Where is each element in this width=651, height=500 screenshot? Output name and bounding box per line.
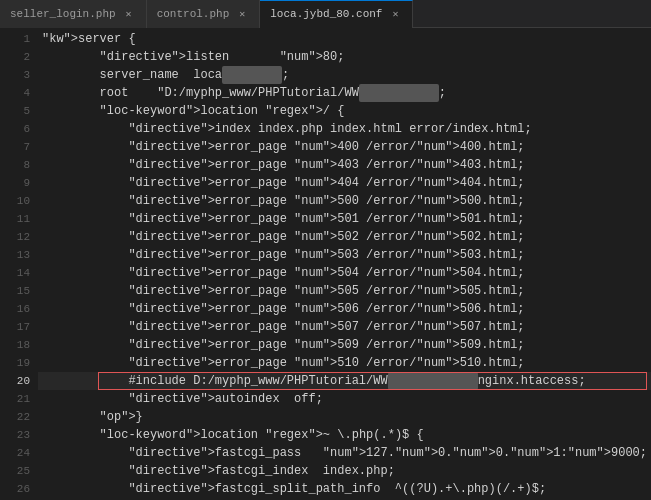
tab-loca-conf[interactable]: loca.jybd_80.conf ✕ [260,0,413,28]
tab-close-icon[interactable]: ✕ [388,7,402,21]
line-number: 13 [4,246,30,264]
line-number: 23 [4,426,30,444]
code-line: "directive">index index.php index.html e… [38,120,651,138]
code-line: "op">} [38,408,651,426]
tab-bar: seller_login.php ✕ control.php ✕ loca.jy… [0,0,651,28]
code-line: root "D:/myphp_www/PHPTutorial/WW ; [38,84,651,102]
line-number: 7 [4,138,30,156]
line-number: 3 [4,66,30,84]
code-line: "directive">error_page "num">510 /error/… [38,354,651,372]
code-line: server_name loca ; [38,66,651,84]
tab-seller-login[interactable]: seller_login.php ✕ [0,0,147,28]
line-number: 25 [4,462,30,480]
code-line: "directive">fastcgi_pass "num">127."num"… [38,444,651,462]
tab-label: seller_login.php [10,8,116,20]
code-line: "directive">error_page "num">505 /error/… [38,282,651,300]
line-number: 1 [4,30,30,48]
code-line: #include D:/myphp_www/PHPTutorial/WW ngi… [38,372,651,390]
line-number: 22 [4,408,30,426]
code-line: "directive">error_page "num">500 /error/… [38,192,651,210]
line-number: 11 [4,210,30,228]
line-number: 6 [4,120,30,138]
line-number: 26 [4,480,30,498]
line-number: 10 [4,192,30,210]
line-number: 9 [4,174,30,192]
tab-close-icon[interactable]: ✕ [235,7,249,21]
line-number: 19 [4,354,30,372]
line-number: 18 [4,336,30,354]
line-number: 24 [4,444,30,462]
code-line: "directive">error_page "num">502 /error/… [38,228,651,246]
code-line: "directive">error_page "num">403 /error/… [38,156,651,174]
line-numbers: 1234567891011121314151617181920212223242… [0,28,38,500]
line-number: 15 [4,282,30,300]
line-number: 4 [4,84,30,102]
code-line: "directive">error_page "num">506 /error/… [38,300,651,318]
code-line: "kw">server { [38,30,651,48]
tab-control[interactable]: control.php ✕ [147,0,261,28]
line-number: 8 [4,156,30,174]
line-number: 12 [4,228,30,246]
code-line: "directive">fastcgi_split_path_info ^((?… [38,480,651,498]
editor: 1234567891011121314151617181920212223242… [0,28,651,500]
tab-label: loca.jybd_80.conf [270,8,382,20]
line-number: 14 [4,264,30,282]
code-line: "directive">error_page "num">504 /error/… [38,264,651,282]
code-line: "loc-keyword">location "regex">/ { [38,102,651,120]
tab-label: control.php [157,8,230,20]
line-number: 16 [4,300,30,318]
code-line: "directive">autoindex off; [38,390,651,408]
tab-close-icon[interactable]: ✕ [122,7,136,21]
code-line: "directive">error_page "num">509 /error/… [38,336,651,354]
line-number: 17 [4,318,30,336]
line-number: 20 [4,372,30,390]
code-line: "loc-keyword">location "regex">~ \.php(.… [38,426,651,444]
code-area[interactable]: "kw">server { "directive">listen "num">8… [38,28,651,500]
code-line: "directive">listen "num">80; [38,48,651,66]
code-line: "directive">error_page "num">501 /error/… [38,210,651,228]
code-line: "directive">error_page "num">503 /error/… [38,246,651,264]
code-line: "directive">fastcgi_index index.php; [38,462,651,480]
code-line: "directive">error_page "num">404 /error/… [38,174,651,192]
line-number: 2 [4,48,30,66]
line-number: 21 [4,390,30,408]
code-line: "directive">error_page "num">507 /error/… [38,318,651,336]
code-line: "directive">error_page "num">400 /error/… [38,138,651,156]
line-number: 5 [4,102,30,120]
